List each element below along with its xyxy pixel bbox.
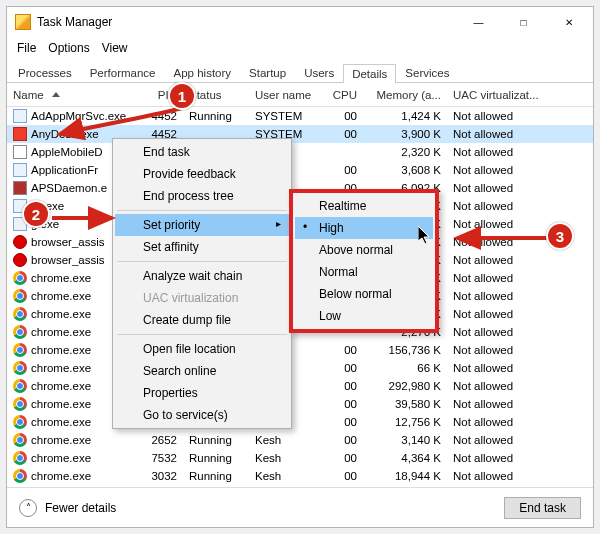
process-uac: Not allowed xyxy=(447,308,593,320)
priority-item[interactable]: Low xyxy=(295,305,433,327)
process-icon xyxy=(13,307,27,321)
process-cpu: 00 xyxy=(321,110,363,122)
table-row[interactable]: chrome.exe3032RunningKesh0018,944 KNot a… xyxy=(7,467,593,485)
end-task-button[interactable]: End task xyxy=(504,497,581,519)
process-user: Kesh xyxy=(249,434,321,446)
column-header[interactable]: Memory (a... xyxy=(363,89,447,101)
annotation-badge-3: 3 xyxy=(546,222,574,250)
process-memory: 3,900 K xyxy=(363,128,447,140)
priority-item[interactable]: Below normal xyxy=(295,283,433,305)
annotation-arrow-2 xyxy=(52,212,122,227)
maximize-button[interactable]: □ xyxy=(501,8,546,36)
table-row[interactable]: chrome.exeKesh00156,736 KNot allowed xyxy=(7,341,593,359)
process-user: Kesh xyxy=(249,452,321,464)
process-icon xyxy=(13,235,27,249)
process-memory: 39,580 K xyxy=(363,398,447,410)
tab-startup[interactable]: Startup xyxy=(240,63,295,82)
menu-item[interactable]: End process tree xyxy=(115,185,289,207)
priority-item[interactable]: Normal xyxy=(295,261,433,283)
process-icon xyxy=(13,271,27,285)
menu-item[interactable]: Create dump file xyxy=(115,309,289,331)
column-header[interactable]: User name xyxy=(249,89,321,101)
process-name: APSDaemon.e xyxy=(31,182,107,194)
process-icon xyxy=(13,163,27,177)
process-uac: Not allowed xyxy=(447,452,593,464)
priority-item[interactable]: Realtime xyxy=(295,195,433,217)
table-row[interactable]: chrome.exeKesh00292,980 KNot allowed xyxy=(7,377,593,395)
table-row[interactable]: chrome.exe2652RunningKesh003,140 KNot al… xyxy=(7,431,593,449)
tab-processes[interactable]: Processes xyxy=(9,63,81,82)
process-pid: 2652 xyxy=(127,434,183,446)
menu-item[interactable]: Properties xyxy=(115,382,289,404)
table-row[interactable]: chrome.exe11904RunningKesh002,880 KNot a… xyxy=(7,485,593,487)
process-cpu: 00 xyxy=(321,434,363,446)
priority-item[interactable]: High xyxy=(295,217,433,239)
table-row[interactable]: ApplicationFrKesh003,608 KNot allowed xyxy=(7,161,593,179)
process-memory: 1,424 K xyxy=(363,110,447,122)
process-name: chrome.exe xyxy=(31,308,91,320)
menu-file[interactable]: File xyxy=(17,41,36,55)
menu-item[interactable]: Open file location xyxy=(115,338,289,360)
process-uac: Not allowed xyxy=(447,254,593,266)
column-header[interactable]: UAC virtualizat... xyxy=(447,89,593,101)
menu-item[interactable]: Go to service(s) xyxy=(115,404,289,426)
process-name: chrome.exe xyxy=(31,290,91,302)
tab-users[interactable]: Users xyxy=(295,63,343,82)
tab-performance[interactable]: Performance xyxy=(81,63,165,82)
process-icon xyxy=(13,325,27,339)
close-button[interactable]: ✕ xyxy=(546,8,591,36)
process-status: Running xyxy=(183,434,249,446)
process-memory: 18,944 K xyxy=(363,470,447,482)
menu-item[interactable]: Set affinity xyxy=(115,236,289,258)
process-name: browser_assis xyxy=(31,254,105,266)
menu-item[interactable]: Set priority xyxy=(115,214,289,236)
menu-options[interactable]: Options xyxy=(48,41,89,55)
context-menu[interactable]: End taskProvide feedbackEnd process tree… xyxy=(112,138,292,429)
menu-item: UAC virtualization xyxy=(115,287,289,309)
process-name: chrome.exe xyxy=(31,398,91,410)
annotation-badge-1: 1 xyxy=(168,82,196,110)
process-uac: Not allowed xyxy=(447,416,593,428)
process-status: Running xyxy=(183,110,249,122)
titlebar: Task Manager — □ ✕ xyxy=(7,7,593,37)
table-row[interactable]: chrome.exeKesh0066 KNot allowed xyxy=(7,359,593,377)
process-uac: Not allowed xyxy=(447,182,593,194)
column-header[interactable]: Name xyxy=(7,89,127,101)
tab-app-history[interactable]: App history xyxy=(165,63,241,82)
priority-item[interactable]: Above normal xyxy=(295,239,433,261)
table-row[interactable]: chrome.exe7532RunningKesh004,364 KNot al… xyxy=(7,449,593,467)
process-uac: Not allowed xyxy=(447,362,593,374)
process-name: chrome.exe xyxy=(31,326,91,338)
process-status: Running xyxy=(183,470,249,482)
process-uac: Not allowed xyxy=(447,434,593,446)
process-icon xyxy=(13,127,27,141)
menu-item[interactable]: Search online xyxy=(115,360,289,382)
process-uac: Not allowed xyxy=(447,380,593,392)
process-uac: Not allowed xyxy=(447,110,593,122)
menu-item[interactable]: Provide feedback xyxy=(115,163,289,185)
process-memory: 2,320 K xyxy=(363,146,447,158)
process-cpu: 00 xyxy=(321,344,363,356)
annotation-badge-2: 2 xyxy=(22,200,50,228)
table-row[interactable]: chrome.exe2960RunningKesh0012,756 KNot a… xyxy=(7,413,593,431)
tab-details[interactable]: Details xyxy=(343,64,396,83)
process-name: chrome.exe xyxy=(31,434,91,446)
chevron-up-icon[interactable]: ˄ xyxy=(19,499,37,517)
process-icon xyxy=(13,109,27,123)
process-uac: Not allowed xyxy=(447,272,593,284)
process-cpu: 00 xyxy=(321,416,363,428)
fewer-details-link[interactable]: Fewer details xyxy=(45,501,116,515)
process-uac: Not allowed xyxy=(447,146,593,158)
process-icon xyxy=(13,145,27,159)
process-name: chrome.exe xyxy=(31,272,91,284)
process-name: chrome.exe xyxy=(31,344,91,356)
table-row[interactable]: chrome.exeKesh0039,580 KNot allowed xyxy=(7,395,593,413)
tab-services[interactable]: Services xyxy=(396,63,458,82)
menu-item[interactable]: Analyze wait chain xyxy=(115,265,289,287)
menu-view[interactable]: View xyxy=(102,41,128,55)
process-uac: Not allowed xyxy=(447,470,593,482)
priority-submenu[interactable]: RealtimeHighAbove normalNormalBelow norm… xyxy=(289,189,439,333)
minimize-button[interactable]: — xyxy=(456,8,501,36)
column-header[interactable]: CPU xyxy=(321,89,363,101)
process-name: browser_assis xyxy=(31,236,105,248)
